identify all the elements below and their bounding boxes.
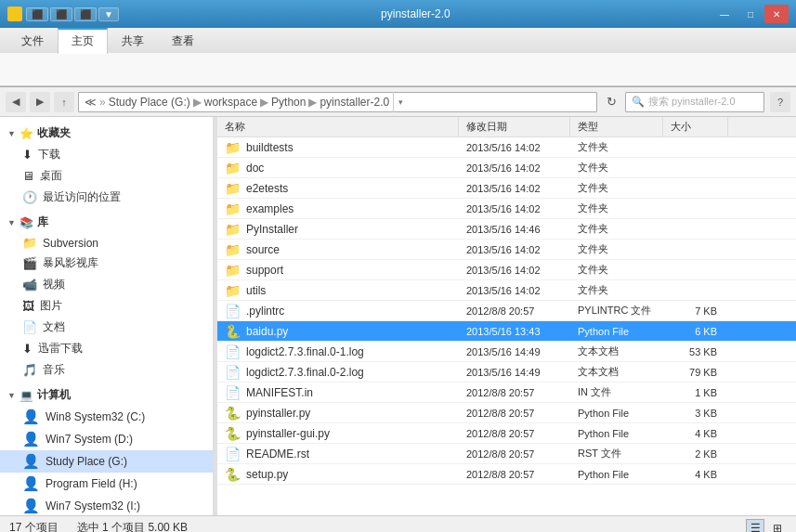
path-studyplace[interactable]: Study Place (G:) xyxy=(109,96,190,109)
library-header[interactable]: ▼ 📚 库 xyxy=(0,212,213,233)
view-details-button[interactable]: ☰ xyxy=(746,519,764,533)
music-icon: 🎵 xyxy=(22,363,37,377)
table-row[interactable]: 📁 support 2013/5/16 14:02 文件夹 xyxy=(217,260,796,280)
table-row[interactable]: 📄 MANIFEST.in 2012/8/8 20:57 IN 文件 1 KB xyxy=(217,383,796,403)
table-row[interactable]: 📁 PyInstaller 2013/5/16 14:46 文件夹 xyxy=(217,219,796,240)
maximize-button[interactable]: □ xyxy=(738,5,763,23)
refresh-button[interactable]: ↻ xyxy=(601,92,621,112)
file-type-cell: 文件夹 xyxy=(570,242,663,256)
path-dropdown[interactable]: ▾ xyxy=(393,92,408,112)
tab-view[interactable]: 查看 xyxy=(158,28,208,53)
back-button[interactable]: ◀ xyxy=(6,92,26,112)
table-row[interactable]: 📄 logdict2.7.3.final.0-1.log 2013/5/16 1… xyxy=(217,342,796,362)
tab-home[interactable]: 主页 xyxy=(58,28,108,54)
file-name-cell: 📁 e2etests xyxy=(217,181,459,196)
tab-share[interactable]: 共享 xyxy=(108,28,158,53)
table-row[interactable]: 📁 buildtests 2013/5/16 14:02 文件夹 xyxy=(217,137,796,158)
window-controls: — □ ✕ xyxy=(712,5,789,23)
search-box[interactable]: 🔍 搜索 pyinstaller-2.0 xyxy=(625,92,764,112)
drive-i-icon: 👤 xyxy=(22,498,40,514)
tab-file[interactable]: 文件 xyxy=(7,28,58,53)
library-arrow: ▼ xyxy=(7,218,16,227)
sidebar-item-video[interactable]: 📹 视频 xyxy=(0,274,213,295)
path-root[interactable]: ≪ xyxy=(85,96,97,109)
favorites-arrow: ▼ xyxy=(7,129,16,138)
col-header-name[interactable]: 名称 xyxy=(217,117,459,136)
search-placeholder: 搜索 pyinstaller-2.0 xyxy=(648,95,736,109)
recent-label: 最近访问的位置 xyxy=(43,189,121,205)
table-row[interactable]: 📁 utils 2013/5/16 14:02 文件夹 xyxy=(217,280,796,301)
favorites-header[interactable]: ▼ ⭐ 收藏夹 xyxy=(0,123,213,144)
path-python[interactable]: Python xyxy=(271,96,306,109)
sidebar-item-desktop[interactable]: 🖥 桌面 xyxy=(0,165,213,187)
table-row[interactable]: 📁 e2etests 2013/5/16 14:02 文件夹 xyxy=(217,178,796,199)
file-name-text: e2etests xyxy=(246,182,288,195)
subversion-label: Subversion xyxy=(43,237,98,250)
path-workspace[interactable]: workspace xyxy=(204,96,257,109)
qa-btn-2[interactable]: ⬛ xyxy=(50,7,72,21)
desktop-icon: 🖥 xyxy=(22,169,34,183)
table-row[interactable]: 🐍 setup.py 2012/8/8 20:57 Python File 4 … xyxy=(217,464,796,485)
sidebar-item-music[interactable]: 🎵 音乐 xyxy=(0,359,213,381)
sidebar-item-thunder[interactable]: ⬇ 迅雷下载 xyxy=(0,338,213,359)
file-name-text: pyinstaller-gui.py xyxy=(246,427,330,440)
sidebar-item-c[interactable]: 👤 Win8 System32 (C:) xyxy=(0,406,213,428)
sidebar-item-recent[interactable]: 🕐 最近访问的位置 xyxy=(0,187,213,208)
file-date-cell: 2013/5/16 14:02 xyxy=(459,244,570,255)
file-date-cell: 2013/5/16 14:49 xyxy=(459,346,570,357)
file-name-text: support xyxy=(246,264,283,277)
sidebar-item-documents[interactable]: 📄 文档 xyxy=(0,317,213,338)
drive-c-label: Win8 System32 (C:) xyxy=(46,410,145,423)
file-icon: 📁 xyxy=(225,283,241,298)
table-row[interactable]: 🐍 pyinstaller-gui.py 2012/8/8 20:57 Pyth… xyxy=(217,423,796,444)
close-button[interactable]: ✕ xyxy=(764,5,789,23)
qa-dropdown[interactable]: ▼ xyxy=(98,7,119,21)
sidebar-item-g[interactable]: 👤 Study Place (G:) xyxy=(0,450,213,473)
file-name-cell: 🐍 pyinstaller.py xyxy=(217,406,459,421)
sidebar-item-i[interactable]: 👤 Win7 System32 (I:) xyxy=(0,495,213,515)
table-row[interactable]: 📁 examples 2013/5/16 14:02 文件夹 xyxy=(217,199,796,219)
computer-icon: 💻 xyxy=(20,389,33,402)
help-button[interactable]: ? xyxy=(770,92,790,112)
table-row[interactable]: 📄 .pylintrc 2012/8/8 20:57 PYLINTRC 文件 7… xyxy=(217,301,796,321)
sidebar-item-pictures[interactable]: 🖼 图片 xyxy=(0,295,213,317)
file-size-cell: 79 KB xyxy=(663,367,728,378)
app-icon xyxy=(7,6,22,21)
file-name-cell: 🐍 pyinstaller-gui.py xyxy=(217,426,459,441)
file-name-cell: 📄 .pylintrc xyxy=(217,304,459,318)
ribbon: 文件 主页 共享 查看 xyxy=(0,28,796,87)
minimize-button[interactable]: — xyxy=(712,5,737,23)
address-path[interactable]: ≪ » Study Place (G:) ▶ workspace ▶ Pytho… xyxy=(78,92,597,112)
computer-label: 计算机 xyxy=(37,387,71,403)
file-name-cell: 📁 source xyxy=(217,242,459,257)
computer-header[interactable]: ▼ 💻 计算机 xyxy=(0,384,213,406)
table-row[interactable]: 🐍 baidu.py 2013/5/16 13:43 Python File 6… xyxy=(217,321,796,342)
qa-btn-3[interactable]: ⬛ xyxy=(74,7,97,21)
qa-btn-1[interactable]: ⬛ xyxy=(26,7,48,21)
sidebar-item-h[interactable]: 👤 Program Field (H:) xyxy=(0,473,213,495)
table-row[interactable]: 📄 README.rst 2012/8/8 20:57 RST 文件 2 KB xyxy=(217,444,796,464)
table-row[interactable]: 📄 logdict2.7.3.final.0-2.log 2013/5/16 1… xyxy=(217,362,796,383)
sidebar-item-d[interactable]: 👤 Win7 System (D:) xyxy=(0,428,213,450)
file-size-cell: 3 KB xyxy=(663,408,728,419)
col-header-type[interactable]: 类型 xyxy=(570,117,663,136)
file-name-text: setup.py xyxy=(246,468,288,481)
forward-button[interactable]: ▶ xyxy=(30,92,50,112)
path-pyinstaller[interactable]: pyinstaller-2.0 xyxy=(320,96,389,109)
table-row[interactable]: 🐍 pyinstaller.py 2012/8/8 20:57 Python F… xyxy=(217,403,796,423)
table-row[interactable]: 📁 source 2013/5/16 14:02 文件夹 xyxy=(217,240,796,260)
table-row[interactable]: 📁 doc 2013/5/16 14:02 文件夹 xyxy=(217,158,796,178)
file-icon: 🐍 xyxy=(225,467,241,482)
sidebar-item-downloads[interactable]: ⬇ 下载 xyxy=(0,144,213,165)
drive-c-icon: 👤 xyxy=(22,409,40,425)
up-button[interactable]: ↑ xyxy=(54,92,74,112)
file-name-text: baidu.py xyxy=(246,325,288,338)
sidebar-item-movies[interactable]: 🎬 暴风影视库 xyxy=(0,253,213,274)
col-header-size[interactable]: 大小 xyxy=(663,117,728,136)
file-type-cell: Python File xyxy=(570,428,663,439)
sidebar-item-subversion[interactable]: 📁 Subversion xyxy=(0,233,213,253)
library-icon: 📚 xyxy=(20,216,33,229)
movies-label: 暴风影视库 xyxy=(43,255,98,271)
view-large-icons-button[interactable]: ⊞ xyxy=(768,519,787,533)
col-header-date[interactable]: 修改日期 xyxy=(459,117,570,136)
